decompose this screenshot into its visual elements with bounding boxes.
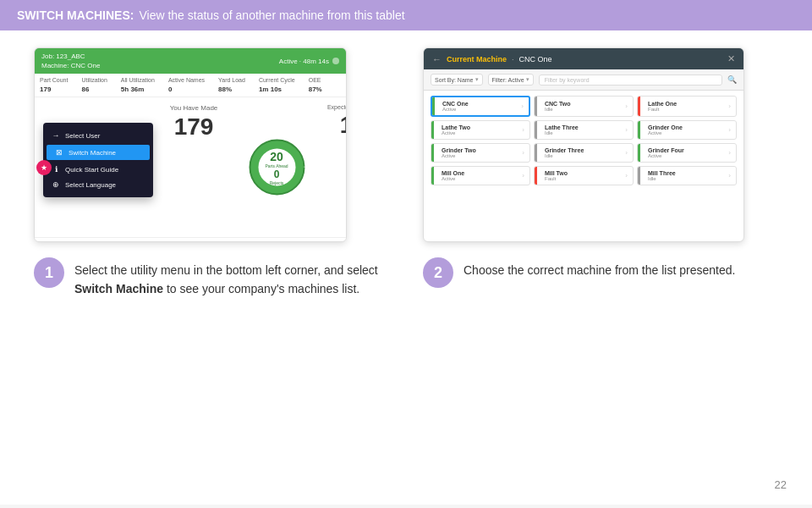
machine-card[interactable]: Grinder Three Idle › (534, 143, 634, 163)
right-column: ← Current Machine · CNC One ✕ Sort By: N… (423, 47, 778, 488)
search-placeholder: Filter by keyword (545, 77, 590, 83)
counters-left: You Have Made 179 (160, 104, 228, 230)
machine-card-info: Mill Two Fault (545, 170, 568, 181)
select-user-label: Select User (65, 132, 100, 140)
made-value: 179 (160, 113, 228, 141)
donut-chart-container: 20 Parts Ahead 0 Rejects (234, 104, 319, 230)
machine-card-info: CNC Two Idle (545, 101, 571, 112)
left-screenshot: Job: 123_ABC Machine: CNC One Active · 4… (34, 47, 347, 242)
machine-card-arrow-icon: › (728, 102, 731, 110)
machine-card-arrow-icon: › (625, 102, 628, 110)
search-input[interactable]: Filter by keyword (539, 75, 722, 86)
machine-card-arrow-icon: › (521, 102, 524, 110)
list-header: ← Current Machine · CNC One ✕ (424, 48, 743, 69)
sort-select[interactable]: Sort By: Name ▾ (431, 74, 483, 86)
select-language-item[interactable]: ⊕ Select Language (43, 177, 153, 192)
globe-icon: ⊕ (52, 180, 60, 189)
left-column: Job: 123_ABC Machine: CNC One Active · 4… (34, 47, 389, 488)
stat-oee: OEE 87% (309, 76, 322, 94)
filter-row: Sort By: Name ▾ Filter: Active ▾ Filter … (424, 69, 743, 91)
machine-card[interactable]: Mill Two Fault › (534, 166, 634, 185)
page-number: 22 (775, 478, 787, 491)
machine-card-name: Mill One (442, 170, 464, 176)
machine-card[interactable]: Mill Three Idle › (637, 166, 737, 185)
machine-card-name: Lathe Two (442, 124, 470, 130)
bottom-toolbar: ☰ ■ ♡ Reject Parts 2 Categorize (35, 237, 346, 242)
header-machine-name: CNC One (519, 55, 552, 64)
stats-row: Part Count 179 Utilization 86 All Utiliz… (35, 74, 346, 97)
machine-card-arrow-icon: › (522, 172, 524, 179)
step-1-section: 1 Select the utility menu in the bottom … (34, 257, 389, 299)
select-user-item[interactable]: → Select User (43, 128, 153, 143)
current-machine-label: Current Machine (447, 55, 507, 64)
machine-card-status: Idle (545, 107, 571, 112)
counters-right: Expected To Have Made 159 (326, 104, 347, 230)
step-1-text: Select the utility menu in the bottom le… (74, 257, 389, 299)
machine-header-right: Active · 48m 14s (279, 58, 339, 65)
machine-card[interactable]: Grinder Two Active › (431, 143, 530, 163)
machine-card-status: Active (648, 130, 683, 135)
status-dot (332, 58, 339, 64)
machine-grid: CNC One Active › CNC Two Idle › Lathe On… (424, 91, 743, 190)
machine-card[interactable]: CNC One Active › (431, 96, 530, 117)
stat-all-util: All Utilization 5h 36m (121, 76, 155, 94)
machine-card[interactable]: Grinder Four Active › (637, 143, 737, 163)
list-header-title: ← Current Machine · CNC One (432, 54, 552, 64)
machine-card-status: Fault (545, 176, 568, 181)
machine-card-status: Idle (545, 153, 584, 158)
machine-card[interactable]: CNC Two Idle › (534, 96, 634, 117)
machine-card[interactable]: Lathe Two Active › (431, 120, 530, 140)
machine-card-status: Active (442, 107, 469, 112)
step-1-circle: 1 (34, 257, 64, 288)
machine-card[interactable]: Mill One Active › (431, 166, 530, 185)
expected-value: 159 (326, 112, 347, 139)
switch-machine-label: Switch Machine (69, 149, 116, 157)
machine-header: Job: 123_ABC Machine: CNC One Active · 4… (35, 48, 346, 74)
status-text: Active · 48m 14s (279, 58, 329, 65)
filter-select[interactable]: Filter: Active ▾ (488, 74, 534, 86)
switch-icon: ⊠ (55, 148, 63, 157)
machine-card-info: Lathe One Fault (648, 101, 677, 112)
machine-card[interactable]: Lathe Three Idle › (534, 120, 634, 140)
back-arrow-icon[interactable]: ← (432, 54, 442, 64)
machine-card-arrow-icon: › (625, 172, 628, 179)
step-1-text-before: Select the utility menu in the bottom le… (74, 263, 378, 277)
machine-card[interactable]: Lathe One Fault › (637, 96, 737, 117)
machine-card-status: Active (442, 153, 476, 158)
dropdown-menu: → Select User ⊠ Switch Machine ℹ Quick S… (43, 123, 153, 197)
step-2-circle: 2 (423, 257, 453, 288)
machine-card-info: Grinder Four Active (648, 147, 684, 158)
machine-card-arrow-icon: › (625, 126, 628, 134)
close-icon[interactable]: ✕ (727, 53, 735, 64)
search-icon[interactable]: 🔍 (727, 75, 737, 84)
machine-card-status: Active (648, 153, 684, 158)
machine-card-status: Idle (545, 130, 579, 135)
parts-ahead-value: 20 (265, 150, 288, 163)
machine-card-name: Lathe One (648, 101, 677, 107)
donut-center: 20 Parts Ahead 0 Rejects (265, 150, 288, 185)
machine-card-arrow-icon: › (522, 126, 524, 134)
machine-card-name: Grinder Four (648, 147, 684, 153)
right-screenshot: ← Current Machine · CNC One ✕ Sort By: N… (423, 47, 744, 242)
machine-card-info: Mill Three Idle (648, 170, 676, 181)
expected-label: Expected To Have Made (326, 104, 347, 110)
quick-start-item[interactable]: ℹ Quick Start Guide (43, 162, 153, 177)
stat-active-names: Active Names 0 (168, 76, 205, 94)
step-1-text-after: to see your company's machines list. (163, 282, 359, 295)
machine-card-arrow-icon: › (522, 149, 524, 157)
machine-card[interactable]: Grinder One Active › (637, 120, 737, 140)
machine-card-arrow-icon: › (728, 126, 731, 134)
machine-card-info: Grinder Two Active (442, 147, 476, 158)
machine-card-status: Active (442, 130, 470, 135)
select-language-label: Select Language (65, 181, 116, 189)
machine-card-status: Idle (648, 176, 676, 181)
step-2-number: 2 (434, 264, 442, 282)
header-title-normal: View the status of another machine from … (139, 8, 404, 22)
quick-start-label: Quick Start Guide (65, 166, 118, 174)
machine-card-name: Lathe Three (545, 124, 579, 130)
switch-machine-item[interactable]: ⊠ Switch Machine (47, 145, 150, 160)
machine-card-arrow-icon: › (625, 149, 628, 157)
step-2-text-content: Choose the correct machine from the list… (464, 263, 735, 277)
job-label: Job: 123_ABC (41, 52, 100, 61)
machine-card-name: Grinder Two (442, 147, 476, 153)
